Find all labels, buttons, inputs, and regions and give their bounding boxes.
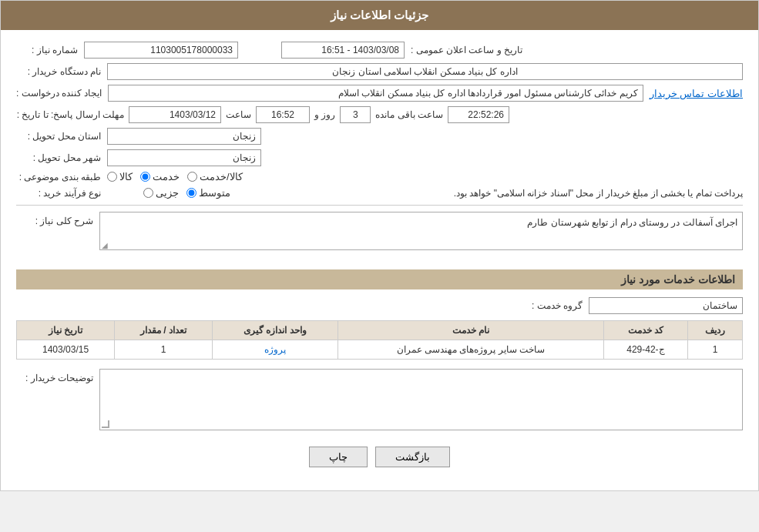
need-number-row: تاریخ و ساعت اعلان عمومی : 1403/03/08 - … (16, 42, 743, 59)
col-header-row: ردیف (688, 321, 743, 340)
service-info-title: اطلاعات خدمات مورد نیاز (16, 269, 743, 289)
service-group-row: ساختمان گروه خدمت : (16, 297, 743, 314)
col-header-date: تاریخ نیاز (17, 321, 115, 340)
resize-icon-1: ◢ (102, 241, 108, 249)
province-row: زنجان استان محل تحویل : (16, 128, 743, 145)
purchase-type-minor: جزیی (143, 187, 179, 199)
cell-name: ساخت سایر پروژه‌های مهندسی عمران (338, 340, 603, 360)
need-desc-label: شرح کلی نیاز : (16, 212, 93, 226)
purchase-type-medium-label: متوسط (199, 187, 230, 199)
category-radio-service-goods[interactable] (187, 172, 197, 182)
cell-unit: پروژه (213, 340, 338, 360)
col-header-unit: واحد اندازه گیری (213, 321, 338, 340)
service-table: ردیف کد خدمت نام خدمت واحد اندازه گیری ت… (16, 320, 743, 360)
response-days: 3 (340, 106, 371, 123)
category-option-service-goods-label: کالا/خدمت (200, 171, 243, 182)
category-option-service: خدمت (140, 171, 180, 182)
deadline-row: 22:52:26 ساعت باقی مانده 3 روز و 16:52 س… (16, 106, 743, 123)
response-time: 16:52 (256, 106, 310, 123)
category-radio-goods[interactable] (107, 172, 117, 182)
service-group-label: گروه خدمت : (498, 300, 583, 311)
category-option-goods: کالا (107, 171, 133, 182)
table-row: 1 ج-42-429 ساخت سایر پروژه‌های مهندسی عم… (17, 340, 743, 360)
response-remaining-label: ساعت باقی مانده (375, 109, 443, 120)
service-group-value: ساختمان (589, 297, 743, 314)
requester-link[interactable]: اطلاعات تماس خریدار (650, 88, 743, 99)
need-number-label: شماره نیاز : (16, 45, 78, 55)
category-option-service-goods: کالا/خدمت (187, 171, 243, 182)
cell-qty: 1 (115, 340, 213, 360)
resize-handle[interactable] (102, 420, 109, 428)
province-value: زنجان (107, 128, 261, 145)
response-remaining: 22:52:26 (448, 106, 509, 123)
service-table-head: ردیف کد خدمت نام خدمت واحد اندازه گیری ت… (17, 321, 743, 340)
need-desc-box: ◢ اجرای آسفالت در روستای درام از توابع ش… (99, 212, 743, 250)
bottom-buttons: بازگشت چاپ (16, 435, 743, 479)
response-deadline-label: مهلت ارسال پاسخ: تا تاریخ : (16, 109, 124, 120)
category-option-service-label: خدمت (153, 171, 180, 182)
main-content: تاریخ و ساعت اعلان عمومی : 1403/03/08 - … (1, 30, 758, 490)
purchase-type-label: نوع فرآیند خرید : (16, 188, 101, 199)
response-days-label: روز و (314, 109, 335, 120)
col-header-qty: تعداد / مقدار (115, 321, 213, 340)
purchase-type-minor-label: جزیی (156, 187, 179, 199)
need-desc-area: ◢ اجرای آسفالت در روستای درام از توابع ش… (99, 212, 743, 258)
buyer-org-row: اداره کل بنیاد مسکن انقلاب اسلامی استان … (16, 63, 743, 80)
city-label: شهر محل تحویل : (16, 152, 101, 163)
service-table-body: 1 ج-42-429 ساخت سایر پروژه‌های مهندسی عم… (17, 340, 743, 360)
need-number-value: 1103005178000033 (84, 42, 238, 59)
col-header-code: کد خدمت (603, 321, 687, 340)
city-row: زنجان شهر محل تحویل : (16, 149, 743, 166)
city-value: زنجان (107, 149, 261, 166)
purchase-type-radio-group: متوسط جزیی (107, 187, 230, 199)
category-radio-service[interactable] (140, 172, 150, 182)
purchase-type-radio-minor[interactable] (143, 188, 153, 198)
buyer-org-value: اداره کل بنیاد مسکن انقلاب اسلامی استان … (107, 63, 743, 80)
category-label: طبقه بندی موضوعی : (16, 172, 101, 182)
category-row: کالا/خدمت خدمت کالا طبقه بندی موضوعی : (16, 171, 743, 182)
purchase-type-medium: متوسط (186, 187, 230, 199)
buyer-org-label: نام دستگاه خریدار : (16, 66, 101, 77)
service-table-header-row: ردیف کد خدمت نام خدمت واحد اندازه گیری ت… (17, 321, 743, 340)
page-header: جزئیات اطلاعات نیاز (1, 1, 758, 30)
back-button[interactable]: بازگشت (375, 447, 450, 467)
announce-date-value: 1403/03/08 - 16:51 (281, 42, 405, 59)
buyer-comments-label: توضیحات خریدار : (16, 369, 93, 383)
buyer-comments-row: توضیحات خریدار : (16, 369, 743, 430)
category-option-goods-label: کالا (119, 171, 133, 182)
province-label: استان محل تحویل : (16, 131, 101, 142)
cell-code: ج-42-429 (603, 340, 687, 360)
need-desc-value: اجرای آسفالت در روستای درام از توابع شهر… (527, 217, 737, 228)
col-header-name: نام خدمت (338, 321, 603, 340)
need-desc-row: ◢ اجرای آسفالت در روستای درام از توابع ش… (16, 212, 743, 258)
requester-label: ایجاد کننده درخواست : (16, 88, 102, 99)
category-radio-group: کالا/خدمت خدمت کالا (107, 171, 243, 182)
cell-row: 1 (688, 340, 743, 360)
divider-1 (16, 205, 743, 206)
cell-date: 1403/03/15 (17, 340, 115, 360)
page-wrapper: جزئیات اطلاعات نیاز تاریخ و ساعت اعلان ع… (0, 0, 759, 491)
buyer-comments-box (99, 369, 743, 430)
purchase-type-radio-medium[interactable] (186, 188, 196, 198)
print-button[interactable]: چاپ (309, 447, 368, 467)
requester-value: کریم خدائی کارشناس مسئول امور قراردادها … (108, 85, 643, 102)
requester-row: اطلاعات تماس خریدار کریم خدائی کارشناس م… (16, 85, 743, 102)
page-title: جزئیات اطلاعات نیاز (331, 8, 428, 22)
response-date: 1403/03/12 (129, 106, 221, 123)
purchase-type-row: پرداخت تمام یا بخشی از مبلغ خریدار از مح… (16, 187, 743, 199)
purchase-type-desc: پرداخت تمام یا بخشی از مبلغ خریدار از مح… (237, 188, 743, 199)
announce-date-label: تاریخ و ساعت اعلان عمومی : (411, 45, 522, 55)
buyer-comments-area (99, 369, 743, 430)
response-time-label: ساعت (226, 109, 251, 120)
